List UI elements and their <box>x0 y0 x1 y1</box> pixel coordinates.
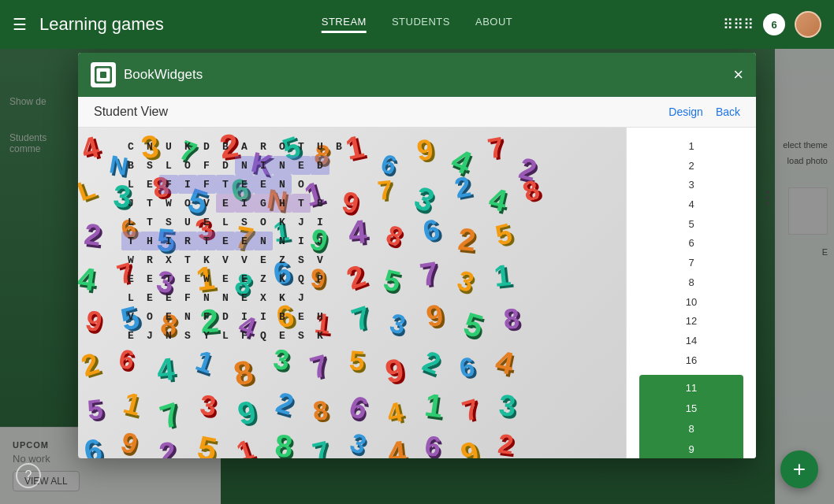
grid-cell: V <box>235 250 254 269</box>
notification-badge[interactable]: 6 <box>763 13 785 35</box>
grid-cell: R <box>140 250 159 269</box>
grid-cell: L <box>121 288 140 307</box>
word-search-grid[interactable]: CNUKDBAROTUBBSLOFDNINEDLEFIFTEENOJTWOVEI… <box>121 137 348 345</box>
grid-cell: L <box>159 156 178 175</box>
grid-cell: F <box>197 307 216 326</box>
bookwidgets-logo <box>91 62 116 87</box>
grid-cell: T <box>140 213 159 232</box>
wordsearch-area: 4 N 3 7 2 K 5 8 1 6 9 4 7 2 L <box>78 128 626 458</box>
grid-cell: T <box>292 194 311 213</box>
grid-cell: E <box>140 175 159 194</box>
grid-cell <box>311 288 330 307</box>
grid-cell: H <box>273 194 292 213</box>
grid-cell: E <box>254 250 273 269</box>
close-button[interactable]: × <box>733 66 743 83</box>
grid-cell: V <box>197 194 216 213</box>
grid-cell: N <box>140 137 159 156</box>
grid-cell: U <box>159 137 178 156</box>
num-8: 8 <box>639 273 743 293</box>
grid-cell: L <box>216 213 235 232</box>
grid-cell: E <box>140 269 159 288</box>
grid-cell: N <box>159 326 178 345</box>
grid-cell: E <box>159 288 178 307</box>
grid-cell: E <box>216 269 235 288</box>
grid-cell: O <box>254 213 273 232</box>
grid-cell: O <box>178 194 197 213</box>
num-12: 12 <box>639 312 743 332</box>
grid-cell: O <box>140 307 159 326</box>
grid-cell: O <box>292 175 311 194</box>
grid-cell: Y <box>197 326 216 345</box>
modal-actions: Design Back <box>668 106 740 118</box>
nav-link-stream[interactable]: STREAM <box>322 16 367 33</box>
avatar-image <box>796 13 820 36</box>
grid-cell: J <box>311 232 330 250</box>
fab-button[interactable]: + <box>780 450 818 488</box>
grid-cell <box>311 175 330 194</box>
grid-cell: S <box>292 250 311 269</box>
grid-cell: E <box>121 269 140 288</box>
grid-cell: Z <box>254 269 273 288</box>
highlighted-numbers-box: 11 15 8 9 13 <box>639 375 743 458</box>
grid-cell: E <box>235 232 254 250</box>
grid-cell: I <box>311 213 330 232</box>
modal-header: BookWidgets × <box>78 53 756 97</box>
grid-cell: L <box>216 326 235 345</box>
grid-cell: B <box>273 307 292 326</box>
grid-cell <box>330 213 348 232</box>
grid-cell: N <box>197 288 216 307</box>
grid-cell: E <box>197 213 216 232</box>
grid-cell: F <box>197 156 216 175</box>
back-link[interactable]: Back <box>716 106 740 118</box>
num-hl-11: 11 <box>646 378 737 398</box>
grid-cell: A <box>235 137 254 156</box>
modal-overlay: BookWidgets × Student View Design Back <box>0 49 834 504</box>
help-button[interactable]: ? <box>16 463 41 488</box>
num-14: 14 <box>639 332 743 351</box>
grid-cell: J <box>140 326 159 345</box>
grid-cell: E <box>216 194 235 213</box>
grid-cell <box>330 269 348 288</box>
grid-cell: T <box>197 232 216 250</box>
grid-cell: N <box>216 288 235 307</box>
num-7: 7 <box>639 254 743 273</box>
grid-cell: V <box>216 250 235 269</box>
modal-brand: BookWidgets <box>91 62 203 87</box>
grid-cell: V <box>311 250 330 269</box>
grid-cell: K <box>273 288 292 307</box>
word-search-grid-container[interactable]: CNUKDBAROTUBBSLOFDNINEDLEFIFTEENOJTWOVEI… <box>121 137 348 345</box>
grid-cell <box>330 232 348 250</box>
grid-cell: Z <box>273 250 292 269</box>
grid-cell: L <box>121 175 140 194</box>
number-list: 1 2 3 4 5 6 7 8 10 12 14 16 <box>639 137 743 370</box>
nav-link-about[interactable]: ABOUT <box>475 16 512 33</box>
nav-link-students[interactable]: STUDENTS <box>392 16 450 33</box>
grid-icon[interactable]: ⠿⠿⠿ <box>723 16 754 33</box>
grid-cell: B <box>330 137 348 156</box>
grid-cell <box>330 307 348 326</box>
grid-cell: D <box>216 156 235 175</box>
design-link[interactable]: Design <box>668 106 703 118</box>
avatar[interactable] <box>795 11 821 38</box>
grid-cell: D <box>216 307 235 326</box>
grid-cell: T <box>292 137 311 156</box>
grid-cell: O <box>178 156 197 175</box>
grid-cell: Q <box>292 269 311 288</box>
grid-cell <box>330 288 348 307</box>
grid-cell: D <box>311 156 330 175</box>
grid-cell: E <box>121 326 140 345</box>
grid-cell: C <box>121 137 140 156</box>
num-10: 10 <box>639 293 743 313</box>
grid-cell: T <box>121 232 140 250</box>
grid-cell: P <box>311 269 330 288</box>
grid-cell: S <box>140 156 159 175</box>
grid-cell: B <box>121 156 140 175</box>
grid-cell: T <box>216 175 235 194</box>
grid-cell: S <box>159 213 178 232</box>
fab-icon: + <box>793 457 806 482</box>
num-1: 1 <box>639 137 743 157</box>
grid-cell: E <box>292 307 311 326</box>
grid-cell: N <box>273 232 292 250</box>
grid-cell <box>330 194 348 213</box>
hamburger-icon[interactable]: ☰ <box>13 15 27 34</box>
